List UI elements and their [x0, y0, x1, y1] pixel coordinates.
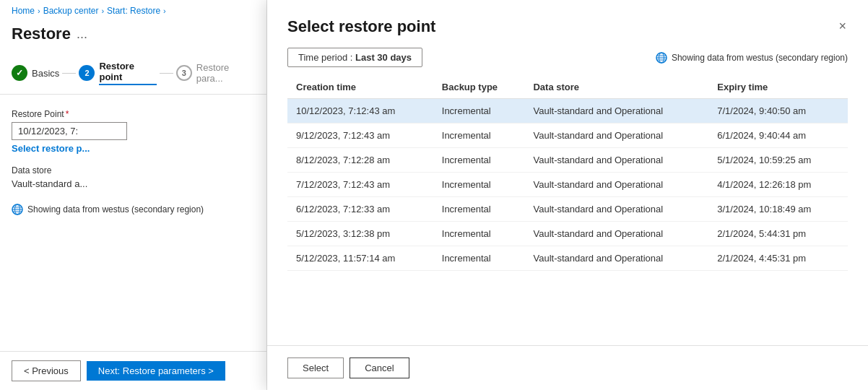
modal-footer: Select Cancel — [267, 345, 868, 390]
data-store-label: Data store — [12, 165, 255, 176]
step-restore-point-label: Restore point — [99, 61, 156, 85]
table-header-row: Creation time Backup type Data store Exp… — [287, 76, 848, 99]
page-title-row: Restore ... — [0, 22, 266, 52]
table-cell-1: Incremental — [433, 124, 525, 148]
data-store-row: Data store Vault-standard a... — [12, 165, 255, 189]
svg-point-5 — [12, 204, 22, 214]
app-container: Home › Backup center › Start: Restore › … — [0, 0, 868, 390]
table-cell-0: 5/12/2023, 3:12:38 pm — [287, 222, 433, 246]
step-restore-point[interactable]: 2 Restore point — [79, 61, 156, 85]
breadcrumb-start-restore[interactable]: Start: Restore — [107, 6, 160, 16]
select-restore-link[interactable]: Select restore p... — [12, 143, 90, 154]
table-row[interactable]: 7/12/2023, 7:12:43 amIncrementalVault-st… — [287, 173, 848, 197]
table-cell-2: Vault-standard and Operational — [524, 173, 708, 197]
breadcrumb: Home › Backup center › Start: Restore › — [0, 0, 266, 22]
table-cell-0: 10/12/2023, 7:12:43 am — [287, 99, 433, 124]
step-restore-point-circle: 2 — [79, 65, 95, 81]
table-cell-2: Vault-standard and Operational — [524, 99, 708, 124]
step-separator-1 — [62, 73, 76, 74]
required-marker: * — [66, 109, 69, 119]
table-cell-2: Vault-standard and Operational — [524, 246, 708, 271]
page-title: Restore — [12, 25, 71, 43]
table-cell-2: Vault-standard and Operational — [524, 124, 708, 148]
restore-point-row: Restore Point * Select restore p... — [12, 109, 255, 154]
table-row[interactable]: 6/12/2023, 7:12:33 amIncrementalVault-st… — [287, 197, 848, 222]
table-cell-1: Incremental — [433, 222, 525, 246]
table-cell-3: 3/1/2024, 10:18:49 am — [708, 197, 848, 222]
table-cell-0: 7/12/2023, 7:12:43 am — [287, 173, 433, 197]
breadcrumb-sep-2: › — [101, 6, 104, 15]
modal-title: Select restore point — [287, 17, 435, 36]
checkmark-icon: ✓ — [16, 68, 23, 78]
step-separator-2 — [160, 73, 173, 74]
table-container: Creation time Backup type Data store Exp… — [267, 76, 868, 345]
restore-points-table: Creation time Backup type Data store Exp… — [287, 76, 848, 271]
breadcrumb-backup-center[interactable]: Backup center — [43, 6, 99, 16]
col-header-creation-time: Creation time — [287, 76, 433, 99]
select-button[interactable]: Select — [287, 358, 344, 378]
select-restore-point-modal: Select restore point × Time period : Las… — [267, 0, 868, 390]
step-restore-params-circle: 3 — [176, 65, 192, 81]
previous-button[interactable]: < Previous — [12, 360, 81, 381]
table-cell-0: 8/12/2023, 7:12:28 am — [287, 148, 433, 173]
data-store-value: Vault-standard a... — [12, 178, 255, 189]
table-cell-1: Incremental — [433, 246, 525, 271]
col-header-backup-type: Backup type — [433, 76, 525, 99]
step-basics-circle: ✓ — [12, 65, 27, 81]
time-period-button[interactable]: Time period : Last 30 days — [287, 48, 422, 67]
breadcrumb-home[interactable]: Home — [12, 6, 35, 16]
table-cell-3: 5/1/2024, 10:59:25 am — [708, 148, 848, 173]
breadcrumb-sep-1: › — [38, 6, 40, 15]
col-header-expiry-time: Expiry time — [708, 76, 848, 99]
table-cell-0: 9/12/2023, 7:12:43 am — [287, 124, 433, 148]
table-cell-3: 2/1/2024, 4:45:31 pm — [708, 246, 848, 271]
table-cell-2: Vault-standard and Operational — [524, 197, 708, 222]
table-row[interactable]: 9/12/2023, 7:12:43 amIncrementalVault-st… — [287, 124, 848, 148]
cancel-button[interactable]: Cancel — [350, 358, 409, 378]
table-cell-1: Incremental — [433, 173, 525, 197]
steps-container: ✓ Basics 2 Restore point 3 Restore para.… — [0, 52, 266, 95]
step-basics-label: Basics — [32, 68, 59, 79]
more-options-button[interactable]: ... — [77, 27, 87, 42]
restore-point-input[interactable] — [12, 122, 127, 140]
breadcrumb-sep-3: › — [163, 6, 166, 15]
table-cell-1: Incremental — [433, 99, 525, 124]
modal-region-info: Showing data from westus (secondary regi… — [656, 52, 848, 64]
restore-point-label: Restore Point * — [12, 109, 255, 119]
table-cell-3: 6/1/2024, 9:40:44 am — [708, 124, 848, 148]
step-basics[interactable]: ✓ Basics — [12, 65, 59, 81]
next-button[interactable]: Next: Restore parameters > — [87, 361, 225, 381]
table-body: 10/12/2023, 7:12:43 amIncrementalVault-s… — [287, 99, 848, 271]
table-cell-0: 6/12/2023, 7:12:33 am — [287, 197, 433, 222]
restore-point-input-group — [12, 122, 255, 140]
step-restore-params-label: Restore para... — [196, 62, 255, 84]
table-cell-2: Vault-standard and Operational — [524, 222, 708, 246]
region-text: Showing data from westus (secondary regi… — [27, 204, 204, 214]
modal-region-text: Showing data from westus (secondary regi… — [672, 53, 848, 63]
modal-close-button[interactable]: × — [837, 17, 848, 35]
left-panel: Home › Backup center › Start: Restore › … — [0, 0, 267, 390]
table-cell-0: 5/12/2023, 11:57:14 am — [287, 246, 433, 271]
globe-icon — [12, 204, 23, 215]
table-row[interactable]: 10/12/2023, 7:12:43 amIncrementalVault-s… — [287, 99, 848, 124]
svg-point-11 — [656, 53, 667, 63]
filter-bar: Time period : Last 30 days Showing data … — [267, 48, 868, 76]
modal-header: Select restore point × — [267, 0, 868, 48]
time-period-prefix: Time period : — [298, 52, 355, 63]
table-cell-3: 7/1/2024, 9:40:50 am — [708, 99, 848, 124]
region-info: Showing data from westus (secondary regi… — [12, 204, 255, 215]
table-cell-1: Incremental — [433, 148, 525, 173]
table-cell-3: 4/1/2024, 12:26:18 pm — [708, 173, 848, 197]
col-header-data-store: Data store — [524, 76, 708, 99]
table-cell-1: Incremental — [433, 197, 525, 222]
table-cell-3: 2/1/2024, 5:44:31 pm — [708, 222, 848, 246]
table-row[interactable]: 5/12/2023, 3:12:38 pmIncrementalVault-st… — [287, 222, 848, 246]
table-cell-2: Vault-standard and Operational — [524, 148, 708, 173]
form-area: Restore Point * Select restore p... Data… — [0, 95, 266, 351]
bottom-bar: < Previous Next: Restore parameters > — [0, 351, 266, 390]
table-row[interactable]: 8/12/2023, 7:12:28 amIncrementalVault-st… — [287, 148, 848, 173]
modal-globe-icon — [656, 52, 667, 64]
step-restore-params: 3 Restore para... — [176, 62, 255, 84]
table-row[interactable]: 5/12/2023, 11:57:14 amIncrementalVault-s… — [287, 246, 848, 271]
time-period-value: Last 30 days — [355, 52, 412, 63]
